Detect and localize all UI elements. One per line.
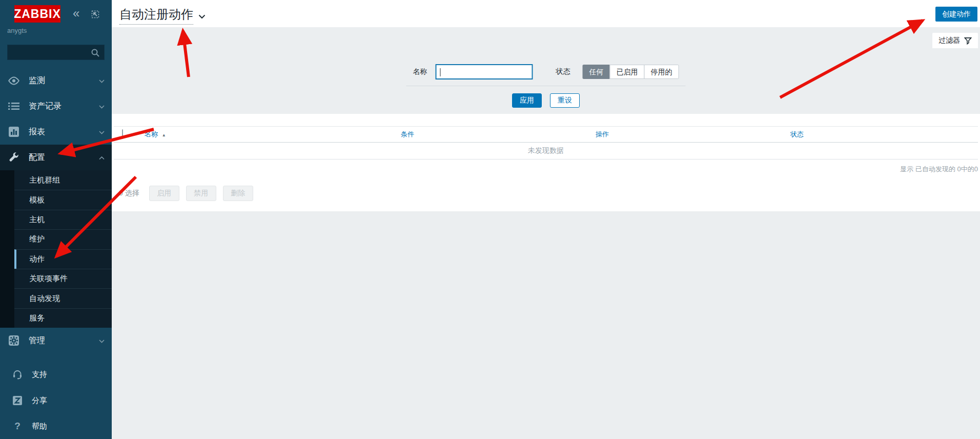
sidebar-item-label: 监测: [29, 75, 45, 86]
submenu-item-hosts[interactable]: 主机: [14, 210, 112, 229]
name-filter-input[interactable]: [436, 64, 533, 79]
actions-table: 名称 ▲ 条件 操作 状态 未发现数据 显示 已自动发现的 0中的0: [114, 126, 978, 174]
sidebar-item-inventory[interactable]: 资产记录: [0, 93, 112, 119]
status-segmented-control: 任何 已启用 停用的: [583, 65, 679, 79]
sort-asc-icon: ▲: [162, 133, 166, 137]
eye-icon: [7, 76, 21, 85]
filter-buttons: 应用 重设: [512, 93, 580, 108]
select-all-checkbox[interactable]: [122, 129, 123, 139]
sidebar-item-label: 管理: [29, 335, 45, 346]
status-option-any[interactable]: 任何: [583, 65, 610, 79]
collapse-sidebar-icon[interactable]: «: [73, 7, 79, 19]
results-panel: 名称 ▲ 条件 操作 状态 未发现数据 显示 已自动发现的 0中的0 0 选择 …: [112, 114, 980, 211]
filter-section: 过滤器 名称 状态 任何 已启用 停用的 应用 重设: [112, 27, 980, 114]
create-action-button[interactable]: 创建动作: [935, 7, 977, 22]
zabbix-app: ZABBIX « anygts: [0, 0, 980, 439]
empty-table-message: 未发现数据: [114, 143, 978, 159]
question-icon: ?: [12, 421, 23, 432]
gear-icon: [7, 335, 21, 346]
main-content: 自动注册动作 创建动作 过滤器 名称 状态 任何 已启用: [112, 0, 980, 439]
sidebar-item-label: 报表: [29, 127, 45, 137]
reset-button[interactable]: 重设: [550, 93, 580, 108]
sidebar-item-support[interactable]: 支持: [0, 362, 112, 387]
chevron-down-icon: [99, 336, 105, 345]
sidebar-search: [7, 45, 105, 60]
select-all-checkbox-cell: [114, 130, 136, 139]
wrench-icon: [7, 152, 21, 163]
status-option-disabled[interactable]: 停用的: [644, 65, 679, 79]
submenu-label: 主机群组: [29, 175, 60, 185]
bar-chart-icon: [7, 127, 21, 137]
chevron-down-icon: [198, 12, 206, 21]
enable-button[interactable]: 启用: [149, 186, 179, 201]
filter-form-row: 名称 状态 任何 已启用 停用的: [413, 64, 679, 79]
share-z-icon: [12, 396, 23, 405]
submenu-item-event-correlation[interactable]: 关联项事件: [14, 269, 112, 288]
fullscreen-icon-svg: [90, 9, 100, 19]
selected-count: 0 选择: [119, 189, 139, 198]
submenu-item-discovery[interactable]: 自动发现: [14, 288, 112, 308]
paging-stats: 显示 已自动发现的 0中的0: [114, 159, 978, 174]
list-icon: [7, 102, 21, 110]
submenu-item-host-groups[interactable]: 主机群组: [14, 170, 112, 190]
sidebar-item-help[interactable]: ? 帮助: [0, 413, 112, 439]
sidebar-item-label: 资产记录: [29, 101, 62, 112]
configuration-submenu: 主机群组 模板 主机 维护 动作 关联项事件 自动发现 服务: [0, 170, 112, 328]
search-icon[interactable]: [91, 48, 100, 59]
bulk-actions-bar: 0 选择 启用 禁用 删除: [119, 186, 253, 201]
status-option-enabled[interactable]: 已启用: [610, 65, 645, 79]
sidebar-item-label: 帮助: [32, 422, 47, 431]
table-header-row: 名称 ▲ 条件 操作 状态: [114, 126, 978, 143]
chevron-down-icon: [99, 76, 105, 85]
filter-funnel-icon: [964, 37, 972, 45]
submenu-label: 主机: [29, 215, 45, 225]
filter-tab-label: 过滤器: [938, 36, 960, 45]
apply-button[interactable]: 应用: [512, 93, 542, 108]
column-header-name[interactable]: 名称 ▲: [136, 130, 393, 139]
text-caret: [440, 68, 441, 76]
chevron-up-icon: [99, 153, 105, 162]
status-filter-label: 状态: [556, 67, 570, 76]
sidebar-item-label: 分享: [32, 396, 47, 406]
submenu-label: 服务: [29, 313, 45, 323]
filter-tab[interactable]: 过滤器: [932, 33, 978, 48]
page-header: 自动注册动作 创建动作: [112, 0, 980, 27]
disable-button[interactable]: 禁用: [186, 186, 216, 201]
zabbix-logo[interactable]: ZABBIX: [14, 5, 60, 23]
submenu-label: 动作: [29, 254, 45, 264]
submenu-label: 维护: [29, 234, 45, 244]
logged-in-username: anygts: [7, 27, 27, 34]
sidebar-item-reports[interactable]: 报表: [0, 119, 112, 145]
headset-icon: [12, 369, 23, 380]
submenu-item-services[interactable]: 服务: [14, 308, 112, 328]
sidebar-item-administration[interactable]: 管理: [0, 328, 112, 353]
sidebar-item-share[interactable]: 分享: [0, 388, 112, 413]
sidebar-item-label: 配置: [29, 152, 45, 163]
sidebar-item-monitoring[interactable]: 监测: [0, 68, 112, 93]
column-header-status[interactable]: 状态: [782, 130, 978, 139]
submenu-label: 关联项事件: [29, 274, 68, 284]
sidebar-item-configuration[interactable]: 配置: [0, 145, 112, 170]
submenu-label: 自动发现: [29, 294, 60, 304]
submenu-label: 模板: [29, 195, 45, 205]
filter-divider: [406, 86, 686, 86]
page-title: 自动注册动作: [119, 6, 193, 25]
submenu-item-templates[interactable]: 模板: [14, 190, 112, 209]
search-input[interactable]: [12, 47, 89, 57]
delete-button[interactable]: 删除: [223, 186, 253, 201]
name-filter-label: 名称: [413, 67, 427, 76]
column-header-label: 名称: [145, 130, 158, 138]
sidebar: ZABBIX « anygts: [0, 0, 112, 439]
column-header-operations[interactable]: 操作: [587, 130, 782, 139]
column-header-conditions[interactable]: 条件: [393, 130, 587, 139]
submenu-item-actions[interactable]: 动作: [14, 249, 112, 269]
sidebar-item-label: 支持: [32, 370, 47, 380]
chevron-down-icon: [99, 102, 105, 111]
submenu-item-maintenance[interactable]: 维护: [14, 229, 112, 249]
page-title-dropdown[interactable]: 自动注册动作: [119, 6, 206, 25]
chevron-down-icon: [99, 127, 105, 136]
fullscreen-icon[interactable]: [90, 9, 100, 22]
